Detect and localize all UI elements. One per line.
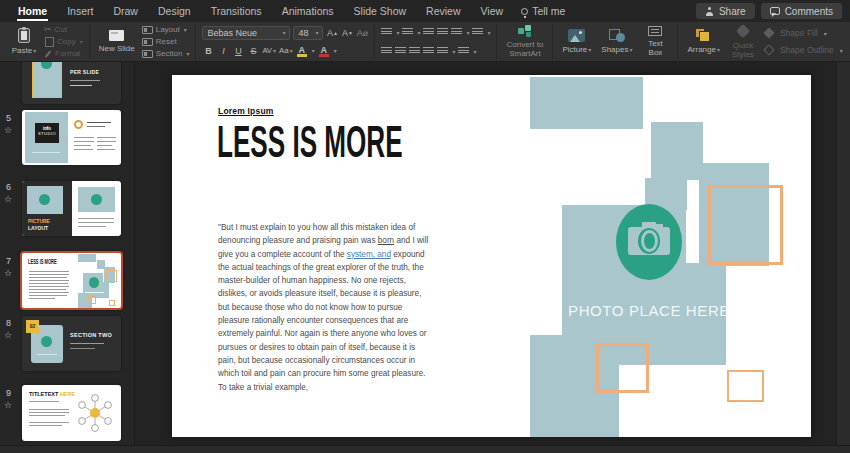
change-case-button[interactable]: Aa▾ — [279, 45, 293, 57]
slide-thumbnail-8[interactable]: 02 SECTION TWO — [22, 316, 121, 371]
vertical-scrollbar[interactable] — [836, 62, 850, 445]
font-color-button[interactable]: A — [318, 45, 330, 57]
align-left-button[interactable] — [381, 47, 392, 55]
bullets-button[interactable] — [381, 28, 392, 36]
picture-icon — [568, 29, 585, 42]
copy-button[interactable]: Copy▾ — [44, 36, 83, 47]
shape-outline-button[interactable]: Shape Outline▾ — [763, 44, 843, 57]
comments-icon — [770, 7, 780, 15]
quick-styles-button[interactable]: QuickStyles — [727, 23, 759, 60]
photo-placeholder-text[interactable]: PHOTO PLACE HERE — [554, 302, 744, 319]
tell-me-button[interactable]: Tell me — [513, 5, 573, 17]
thumb9-animation-star-icon[interactable]: ☆ — [4, 400, 12, 410]
shape-fill-button[interactable]: Shape Fill▾ — [763, 27, 843, 40]
slide-thumbnail-4[interactable]: PER SLIDE — [22, 62, 121, 104]
new-slide-button[interactable]: New Slide — [96, 29, 138, 54]
smartart-icon — [518, 25, 532, 37]
menu-tab-draw[interactable]: Draw — [103, 0, 148, 22]
menu-tab-transitions[interactable]: Transitions — [201, 0, 272, 22]
font-group: Bebas Neue▾ 48▾ A▲ A▼ A⌀ B I U S AV▾ — [196, 24, 375, 59]
line-spacing-button[interactable] — [451, 28, 462, 36]
menu-tab-animations[interactable]: Animations — [272, 0, 344, 22]
picture-button[interactable]: Picture▾ — [559, 28, 594, 55]
format-painter-button[interactable]: Format — [44, 48, 83, 59]
slide-eyebrow[interactable]: Lorem Ipsum — [218, 106, 274, 116]
accent-square-medium[interactable] — [596, 343, 649, 393]
menu-tab-slide-show[interactable]: Slide Show — [344, 0, 417, 22]
slide-thumbnail-7[interactable]: LESS IS MORE — [20, 251, 123, 310]
italic-button[interactable]: I — [217, 45, 229, 57]
text-direction-button[interactable] — [472, 28, 483, 36]
menu-tab-insert[interactable]: Insert — [57, 0, 103, 22]
arrange-group: Arrange▾ QuickStyles Shape Fill▾ Shape O… — [678, 24, 848, 59]
slide-body-text[interactable]: "But I must explain to you how all this … — [218, 221, 428, 394]
font-name-select[interactable]: Bebas Neue▾ — [202, 26, 290, 40]
accent-square-small[interactable] — [727, 370, 764, 402]
text-align-button[interactable] — [458, 47, 469, 55]
menu-tab-home[interactable]: Home — [8, 0, 57, 22]
cut-button[interactable]: ✂ Cut — [44, 24, 83, 35]
slide-thumbnail-5[interactable]: info STUDIO — [22, 110, 121, 165]
shapes-icon — [609, 29, 625, 42]
columns-button[interactable] — [437, 47, 448, 55]
thumb7-title: LESS IS MORE — [28, 258, 57, 265]
thumb7-animation-star-icon[interactable]: ☆ — [4, 268, 12, 278]
reset-button[interactable]: Reset — [142, 36, 190, 47]
character-spacing-button[interactable]: AV▾ — [262, 45, 275, 57]
slide-thumbnail-9[interactable]: TITLETEXT HERE — [22, 385, 121, 441]
thumb-number-8: 8 — [6, 318, 11, 328]
text-box-button[interactable]: TextBox — [639, 25, 671, 58]
reset-icon — [142, 38, 153, 46]
section-button[interactable]: Section▾ — [142, 48, 190, 59]
thumb5-animation-star-icon[interactable]: ☆ — [4, 125, 12, 135]
thumb5-badge-icon — [74, 120, 83, 129]
thumb6-caption-line2: LAYOUT — [28, 225, 48, 231]
ribbon: Paste▾ ✂ Cut Copy▾ Format New Slide — [0, 22, 850, 62]
convert-smartart-button[interactable]: Convert toSmartArt — [503, 24, 546, 59]
paste-icon — [18, 28, 30, 43]
menu-tab-view[interactable]: View — [471, 0, 514, 22]
highlight-color-dropdown[interactable]: ▾ — [312, 47, 315, 54]
decrease-font-button[interactable]: A▼ — [341, 27, 353, 39]
font-size-select[interactable]: 48▾ — [293, 26, 323, 40]
align-right-button[interactable] — [409, 47, 420, 55]
clear-formatting-button[interactable]: A⌀ — [356, 27, 368, 39]
justify-button[interactable] — [423, 47, 434, 55]
slide-thumbnail-panel: PER SLIDE 5 ☆ info STUDIO — [0, 62, 135, 445]
thumb8-animation-star-icon[interactable]: ☆ — [4, 330, 12, 340]
font-color-dropdown[interactable]: ▾ — [334, 47, 337, 54]
layout-button[interactable]: Layout▾ — [142, 24, 190, 35]
thumb6-animation-star-icon[interactable]: ☆ — [4, 194, 12, 204]
paste-button[interactable]: Paste▾ — [8, 27, 40, 56]
slide-canvas[interactable]: Lorem Ipsum LESS IS MORE "But I must exp… — [172, 75, 811, 437]
arrange-button[interactable]: Arrange▾ — [684, 28, 722, 55]
shape-outline-icon — [763, 44, 774, 55]
arrange-icon — [696, 29, 711, 42]
thumb6-caption-line1: PICTURE — [28, 218, 50, 224]
tell-me-label: Tell me — [532, 5, 565, 17]
align-center-button[interactable] — [395, 47, 406, 55]
underline-button[interactable]: U — [232, 45, 244, 57]
slides-group: New Slide Layout▾ Reset Section▾ — [90, 24, 197, 59]
accent-square-large[interactable] — [708, 185, 783, 265]
copy-icon — [47, 39, 54, 47]
menu-tab-review[interactable]: Review — [416, 0, 470, 22]
indent-button[interactable] — [437, 28, 448, 36]
comments-button[interactable]: Comments — [761, 3, 842, 19]
layout-icon — [142, 26, 153, 34]
increase-font-button[interactable]: A▲ — [326, 27, 338, 39]
strikethrough-button[interactable]: S — [247, 45, 259, 57]
outdent-button[interactable] — [423, 28, 434, 36]
bold-button[interactable]: B — [202, 45, 214, 57]
share-icon — [705, 7, 714, 16]
numbering-button[interactable] — [402, 28, 413, 36]
slide-thumbnail-6[interactable]: PICTURE LAYOUT — [22, 181, 121, 236]
menu-tab-design[interactable]: Design — [148, 0, 201, 22]
camera-placeholder-icon[interactable] — [616, 204, 682, 280]
share-button[interactable]: Share — [696, 3, 755, 19]
shapes-button[interactable]: Shapes▾ — [598, 28, 635, 55]
new-slide-icon — [109, 30, 124, 41]
highlight-color-button[interactable]: A — [296, 45, 308, 57]
slide-title[interactable]: LESS IS MORE — [217, 119, 403, 164]
status-bar — [0, 445, 850, 453]
